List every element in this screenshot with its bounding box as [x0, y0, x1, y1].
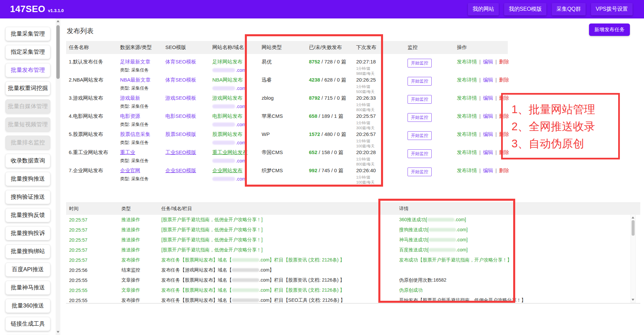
publish-table-header: 任务名称 数据来源/类型 SEO模版 网站名称/域名 网站类型 已/未/失败发布…: [66, 41, 508, 54]
publish-detail-link[interactable]: 发布详情: [457, 113, 477, 119]
edit-link[interactable]: 编辑: [483, 95, 493, 101]
start-monitor-button[interactable]: 开始监控: [408, 77, 432, 86]
source-link[interactable]: 足球最新文章: [120, 59, 150, 64]
sidebar-item-link-generator[interactable]: 链接生成工具: [5, 317, 50, 331]
template-link[interactable]: 股票SEO模版: [165, 131, 196, 137]
sidebar-item-sogou-feedback[interactable]: 批量搜狗反馈: [5, 208, 50, 222]
sidebar-item-sogou-bind-site[interactable]: 批量搜狗绑站: [5, 244, 50, 258]
log-detail: 伪原创成功: [389, 287, 640, 293]
logo-text: 147SEO: [10, 4, 45, 14]
source-link[interactable]: 游戏最新: [120, 95, 140, 101]
delete-link[interactable]: 删除: [499, 131, 509, 137]
publish-detail-link[interactable]: 发布详情: [457, 168, 477, 173]
sidebar-scrollbar[interactable]: [56, 18, 60, 335]
publish-detail-link[interactable]: 发布详情: [457, 131, 477, 137]
site-type: 帝国CMS: [259, 149, 306, 155]
nav-my-sites[interactable]: 我的网站: [468, 3, 499, 15]
delete-link[interactable]: 删除: [499, 168, 509, 173]
edit-link[interactable]: 编辑: [483, 113, 493, 119]
template-link[interactable]: 电影SEO模板: [165, 113, 196, 119]
site-name-link[interactable]: NBA网站发布: [212, 77, 243, 83]
site-name-link[interactable]: 游戏网站发布: [212, 95, 243, 101]
site-name-link[interactable]: 足球网站发布: [212, 59, 243, 64]
log-task: 发布任务【游戏网站发布】域名【.com】: [158, 267, 389, 273]
sidebar-item-batch-collect[interactable]: 批量采集管理: [5, 27, 50, 41]
scroll-down-icon[interactable]: [56, 329, 60, 334]
log-scrollbar[interactable]: [631, 214, 636, 303]
template-link[interactable]: 工业SEO模版: [165, 149, 196, 155]
sidebar-item-keyword-mining[interactable]: 批量权重词挖掘: [5, 81, 50, 95]
site-name-link[interactable]: 股票网站发布: [212, 131, 243, 137]
source-link[interactable]: NBA最新文章: [120, 77, 151, 83]
blurred-domain: [232, 268, 259, 272]
sidebar-item-sogou-verify-push[interactable]: 搜狗验证推送: [5, 190, 50, 204]
sidebar-item-batch-publish[interactable]: 批量发布管理: [5, 63, 50, 77]
sidebar-item-baidu-api-push[interactable]: 百度API推送: [5, 262, 50, 277]
delete-link[interactable]: 删除: [499, 149, 509, 155]
publish-counts: 652 / 158 / 0 篇: [306, 149, 354, 155]
publish-detail-link[interactable]: 发布详情: [457, 59, 477, 64]
scroll-down-icon[interactable]: [631, 297, 635, 302]
edit-link[interactable]: 编辑: [483, 77, 493, 83]
nav-vps-dial-settings[interactable]: VPS拨号设置: [591, 3, 633, 15]
blurred-domain: [429, 238, 456, 242]
log-task: 发布任务【股票网站发布】域名【.com】栏目【股票资讯 (文档: 2126条) …: [158, 277, 389, 283]
delete-link[interactable]: 删除: [499, 77, 509, 83]
publish-detail-link[interactable]: 发布详情: [457, 95, 477, 101]
start-monitor-button[interactable]: 开始监控: [408, 113, 432, 122]
start-monitor-button[interactable]: 开始监控: [408, 95, 432, 104]
blurred-domain: [212, 68, 235, 72]
app-logo: 147SEO v1.3.1.0: [10, 4, 64, 14]
log-detail: 神马推送成功[.com]: [389, 237, 640, 243]
start-monitor-button[interactable]: 开始监控: [408, 59, 432, 67]
log-body: 20:25:57 推送操作 [股票开户新手避坑指南，低佣金开户攻略分享！] 36…: [66, 215, 640, 303]
log-scrollbar-thumb[interactable]: [632, 220, 635, 236]
task-name: 2.NBA网站发布: [66, 77, 117, 83]
nav-my-seo-templates[interactable]: 我的SEO模版: [504, 3, 546, 15]
sidebar-item-sogou-complaint[interactable]: 批量搜狗投诉: [5, 226, 50, 240]
site-name-link[interactable]: 企业网站发布: [212, 168, 243, 173]
source-link[interactable]: 股票信息采集: [120, 131, 150, 137]
template-link[interactable]: 游戏SEO模板: [165, 95, 196, 101]
start-monitor-button[interactable]: 开始监控: [408, 168, 432, 176]
delete-link[interactable]: 删除: [499, 95, 509, 101]
scroll-up-icon[interactable]: [56, 18, 60, 23]
source-link[interactable]: 企业官网: [120, 168, 140, 173]
start-monitor-button[interactable]: 开始监控: [408, 149, 432, 158]
log-task: [股票开户新手避坑指南，低佣金开户攻略分享！]: [158, 227, 389, 233]
nav-qq-group[interactable]: 采集QQ群: [552, 3, 586, 15]
task-name: 4.电影网站发布: [66, 113, 117, 119]
publish-detail-link[interactable]: 发布详情: [457, 149, 477, 155]
log-detail: 搜狗推送成功[.com]: [389, 227, 640, 233]
site-name-link[interactable]: 重工业网站发布: [212, 149, 248, 155]
log-detail: 伪原创使用次数:16582: [389, 277, 640, 283]
sidebar-item-sogou-push[interactable]: 批量搜狗推送: [5, 172, 50, 186]
source-link[interactable]: 重工业: [120, 149, 135, 155]
edit-link[interactable]: 编辑: [483, 59, 493, 64]
delete-link[interactable]: 删除: [499, 113, 509, 119]
template-link[interactable]: 企业SEO模版: [165, 168, 196, 173]
publish-counts: 1572 / 480 / 0 篇: [306, 131, 354, 137]
table-row: 5.股票网站发布 股票信息采集 类型: 采集任务 股票SEO模版 股票网站发布 …: [66, 127, 508, 145]
sidebar-item-index-query[interactable]: 收录数据查询: [5, 154, 50, 168]
delete-link[interactable]: 删除: [499, 59, 509, 64]
edit-link[interactable]: 编辑: [483, 168, 493, 173]
template-link[interactable]: 体育SEO模板: [165, 77, 196, 83]
table-row: 2.NBA网站发布 NBA最新文章 类型: 采集任务 体育SEO模板 NBA网站…: [66, 72, 508, 90]
site-domain: .com: [212, 103, 259, 109]
edit-link[interactable]: 编辑: [483, 131, 493, 137]
site-domain: .com: [212, 67, 259, 73]
sidebar-item-360-push[interactable]: 批量360推送: [5, 299, 50, 313]
sidebar-item-specified-collect[interactable]: 指定采集管理: [5, 45, 50, 59]
sidebar-item-shenma-push[interactable]: 批量神马推送: [5, 281, 50, 295]
start-monitor-button[interactable]: 开始监控: [408, 131, 432, 140]
publish-detail-link[interactable]: 发布详情: [457, 77, 477, 83]
log-time: 20:25:57: [66, 237, 118, 243]
new-publish-task-button[interactable]: 新增发布任务: [589, 23, 630, 36]
source-link[interactable]: 电影资源: [120, 113, 140, 119]
sidebar-scrollbar-thumb[interactable]: [56, 25, 60, 79]
edit-link[interactable]: 编辑: [483, 149, 493, 155]
scroll-up-icon[interactable]: [631, 215, 635, 220]
template-link[interactable]: 体育SEO模板: [165, 59, 196, 64]
site-name-link[interactable]: 电影网站发布: [212, 113, 243, 119]
